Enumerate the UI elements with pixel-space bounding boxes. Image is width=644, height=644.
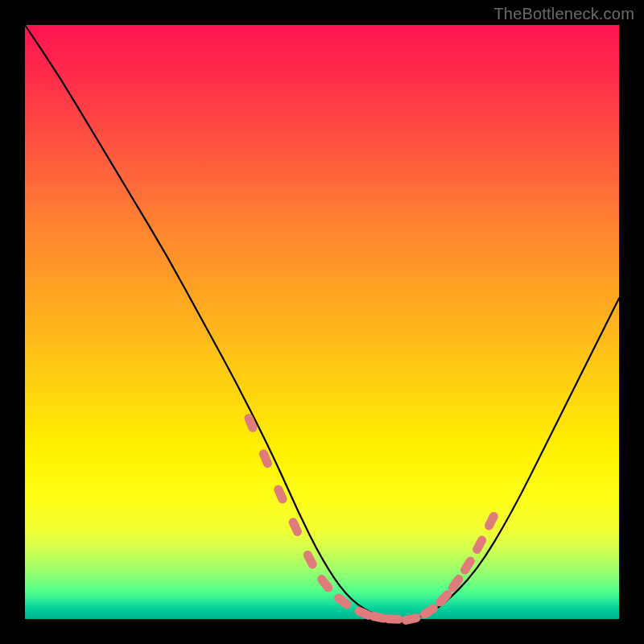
chart-frame: TheBottleneck.com <box>0 0 644 644</box>
highlight-dot <box>452 579 459 588</box>
plot-area <box>25 25 619 619</box>
highlight-dot <box>489 516 493 526</box>
highlight-dot <box>322 580 328 588</box>
highlight-dot <box>339 598 347 605</box>
highlight-dot <box>440 594 448 601</box>
highlight-dot <box>279 489 283 499</box>
highlight-dot <box>308 555 312 564</box>
highlight-dot <box>424 609 433 614</box>
highlight-dot <box>249 418 253 427</box>
highlight-dot <box>263 454 267 464</box>
highlight-dot <box>374 617 384 619</box>
highlight-dot <box>359 611 369 615</box>
highlight-dot <box>464 561 470 570</box>
bottleneck-curve <box>25 25 619 619</box>
curve-svg <box>25 25 619 619</box>
highlight-dot <box>477 540 482 549</box>
highlight-dot <box>406 618 416 621</box>
highlight-dot <box>293 522 297 532</box>
highlight-dot <box>388 619 398 620</box>
watermark-text: TheBottleneck.com <box>493 5 634 23</box>
